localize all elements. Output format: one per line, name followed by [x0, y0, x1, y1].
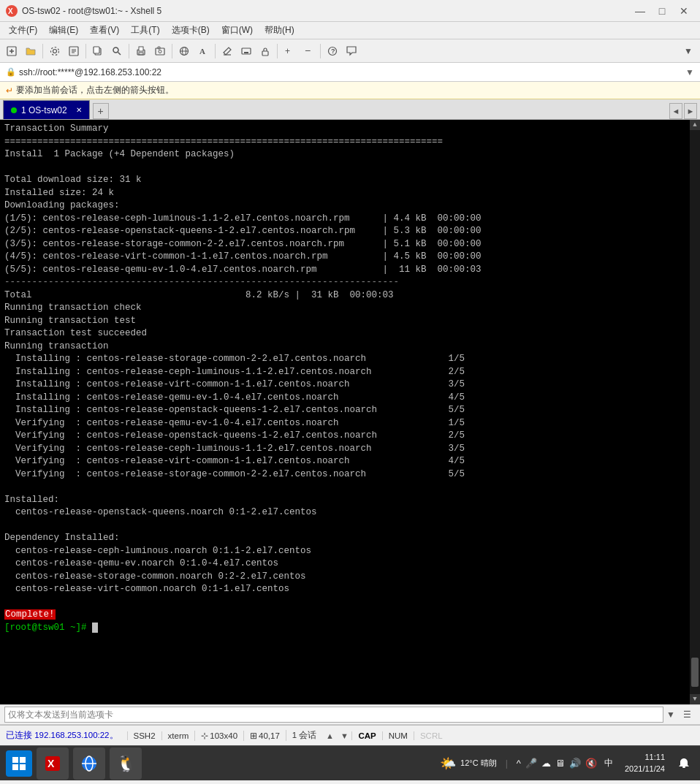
- svg-point-18: [159, 50, 161, 53]
- toolbar-chat[interactable]: [343, 42, 360, 60]
- toolbar-properties[interactable]: [65, 42, 83, 60]
- maximize-button[interactable]: □: [652, 3, 672, 19]
- svg-point-12: [113, 47, 118, 53]
- svg-rect-37: [12, 764, 18, 770]
- term-line-8: (1/5): centos-release-ceph-luminous-1.1-…: [4, 213, 684, 226]
- terminal-input[interactable]: [4, 707, 663, 723]
- svg-text:X: X: [47, 758, 55, 769]
- terminal-scrollbar[interactable]: ▲ ▼: [690, 120, 700, 704]
- toolbar-open-folder[interactable]: [22, 42, 39, 60]
- taskbar-browser[interactable]: [73, 747, 105, 780]
- terminal-cursor: [92, 623, 98, 633]
- term-line-sep: ----------------------------------------…: [4, 276, 684, 289]
- toolbar-font[interactable]: A: [194, 42, 212, 60]
- svg-text:+: +: [285, 46, 290, 56]
- terminal[interactable]: Transaction Summary ====================…: [0, 120, 700, 704]
- chevron-up-icon[interactable]: ^: [517, 758, 521, 769]
- scroll-lock-indicator: SCRL: [414, 731, 449, 740]
- menu-window[interactable]: 窗口(W): [216, 23, 259, 38]
- lock-icon: 🔒: [6, 67, 16, 77]
- toolbar-lock[interactable]: [256, 42, 274, 60]
- taskbar-xshell[interactable]: X: [37, 747, 69, 780]
- toolbar-print[interactable]: [132, 42, 150, 60]
- term-line-17: Running transaction: [4, 340, 684, 354]
- tab-prev[interactable]: ◄: [669, 103, 682, 119]
- toolbar-new[interactable]: [3, 42, 20, 60]
- toolbar-zoom-in[interactable]: +: [281, 42, 298, 60]
- svg-rect-36: [20, 757, 26, 763]
- toolbar-globe[interactable]: [175, 42, 193, 60]
- term-line-installed-1: centos-release-openstack-queens.noarch 0…: [4, 506, 684, 520]
- term-line-dep-hdr: Dependency Installed:: [4, 532, 684, 545]
- toolbar-keymap[interactable]: [237, 42, 255, 60]
- title-bar: X OS-tsw02 - root@tsw01:~ - Xshell 5 — □…: [0, 0, 700, 22]
- active-tab[interactable]: 1 OS-tsw02 ✕: [3, 100, 90, 119]
- toolbar-find[interactable]: [108, 42, 126, 60]
- toolbar-end[interactable]: ▼: [680, 42, 697, 60]
- menu-tabs[interactable]: 选项卡(B): [166, 23, 216, 38]
- menu-file[interactable]: 文件(F): [3, 23, 43, 38]
- scroll-down[interactable]: ▼: [690, 694, 700, 704]
- toolbar-copy[interactable]: [89, 42, 107, 60]
- cloud-icon: ☁: [541, 758, 551, 769]
- system-clock[interactable]: 11:11 2021/11/24: [622, 752, 668, 775]
- term-line-4: [4, 161, 684, 175]
- toolbar-screenshot[interactable]: [151, 42, 169, 60]
- toolbar-sep-3: [129, 44, 129, 58]
- term-line-15: Running transaction test: [4, 315, 684, 328]
- clock-date: 2021/11/24: [625, 764, 665, 775]
- address-text: ssh://root:*****@192.168.253.100:22: [19, 67, 682, 77]
- svg-point-4: [53, 49, 57, 53]
- language-indicator[interactable]: 中: [601, 757, 616, 769]
- term-line-6: Installed size: 24 k: [4, 187, 684, 200]
- address-dropdown[interactable]: ▼: [685, 67, 694, 77]
- new-tab-button[interactable]: +: [93, 103, 109, 119]
- scroll-track[interactable]: [691, 130, 699, 694]
- input-dropdown[interactable]: ▼: [666, 709, 675, 720]
- svg-rect-44: [682, 766, 685, 768]
- scroll-up[interactable]: ▲: [690, 120, 700, 130]
- term-line-dep-4: centos-release-virt-common.noarch 0:1-1.…: [4, 583, 684, 596]
- menu-view[interactable]: 查看(V): [84, 23, 125, 38]
- notification-button[interactable]: [674, 753, 694, 774]
- start-button[interactable]: [6, 750, 32, 777]
- speaker-icon: 🔊: [569, 758, 581, 769]
- toolbar-zoom-out[interactable]: −: [300, 42, 317, 60]
- term-prompt-line: [root@tsw01 ~]#: [4, 622, 684, 635]
- status-ssh: SSH2: [127, 731, 161, 740]
- menu-tools[interactable]: 工具(T): [125, 23, 165, 38]
- term-line-29: [4, 520, 684, 533]
- close-button[interactable]: ✕: [674, 3, 694, 19]
- term-line-16: Transaction test succeeded: [4, 327, 684, 340]
- tab-navigation: ◄ ►: [669, 103, 697, 119]
- arrow-left-icon: ↵: [6, 85, 13, 96]
- menu-bar: 文件(F) 编辑(E) 查看(V) 工具(T) 选项卡(B) 窗口(W) 帮助(…: [0, 22, 700, 39]
- minimize-button[interactable]: —: [630, 3, 650, 19]
- scroll-down-status[interactable]: ▼: [337, 728, 351, 743]
- toolbar-compose[interactable]: [218, 42, 236, 60]
- term-line-11: (4/5): centos-release-virt-common-1-1.el…: [4, 251, 684, 264]
- term-line-28: [4, 481, 684, 494]
- term-line-22: Installing : centos-release-openstack-qu…: [4, 404, 684, 417]
- taskbar-qq[interactable]: 🐧: [110, 747, 142, 780]
- tab-next[interactable]: ►: [684, 103, 697, 119]
- svg-rect-35: [12, 757, 18, 763]
- term-line-19: Installing : centos-release-ceph-luminou…: [4, 366, 684, 379]
- tab-close[interactable]: ✕: [76, 106, 82, 114]
- microphone-icon: 🎤: [525, 758, 537, 769]
- term-line-installed-hdr: Installed:: [4, 494, 684, 507]
- menu-help[interactable]: 帮助(H): [259, 23, 300, 38]
- toolbar-help[interactable]: ?: [324, 42, 341, 60]
- app-icon: X: [6, 5, 18, 17]
- svg-line-13: [118, 52, 121, 55]
- toolbar: A + − ? ▼: [0, 39, 700, 63]
- term-line-12: (5/5): centos-release-qemu-ev-1.0-4.el7.…: [4, 264, 684, 277]
- menu-edit[interactable]: 编辑(E): [43, 23, 84, 38]
- scroll-up-status[interactable]: ▲: [322, 728, 337, 743]
- toolbar-settings[interactable]: [46, 42, 64, 60]
- tab-bar: 1 OS-tsw02 ✕ + ◄ ►: [0, 99, 700, 120]
- term-line-26: Verifying : centos-release-virt-common-1…: [4, 455, 684, 468]
- scroll-thumb[interactable]: [691, 658, 699, 687]
- input-menu[interactable]: ☰: [678, 706, 696, 723]
- svg-rect-11: [94, 47, 99, 53]
